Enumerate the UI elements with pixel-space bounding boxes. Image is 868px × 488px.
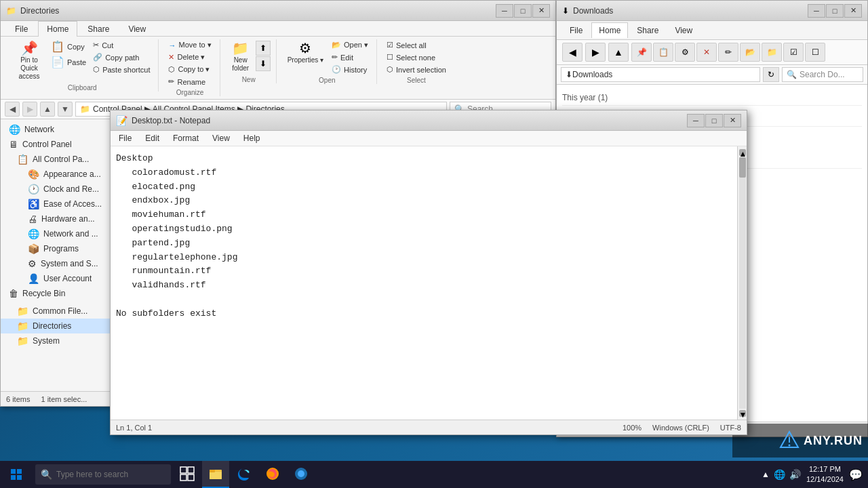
- dl-tab-home[interactable]: Home: [591, 22, 628, 38]
- dl-pin-button[interactable]: 📌: [631, 43, 652, 62]
- dl-forward-button[interactable]: ▶: [585, 43, 606, 62]
- minimize-button[interactable]: ─: [496, 4, 513, 18]
- scroll-thumb[interactable]: [739, 157, 746, 178]
- dl-tab-share[interactable]: Share: [629, 22, 666, 38]
- dl-refresh-button[interactable]: ↻: [763, 67, 779, 82]
- dl-new-button[interactable]: 📁: [762, 43, 782, 62]
- copy-path-button[interactable]: 🔗 Copy path: [90, 52, 153, 63]
- notepad-menu-view[interactable]: View: [207, 132, 235, 144]
- file-explorer-taskbar-button[interactable]: [202, 461, 229, 488]
- tray-network-icon[interactable]: 🌐: [774, 469, 785, 480]
- dl-maximize-button[interactable]: □: [826, 4, 844, 18]
- dl-close-button[interactable]: ✕: [844, 4, 862, 18]
- notepad-menu-format[interactable]: Format: [167, 132, 204, 144]
- start-button[interactable]: [0, 461, 33, 488]
- pin-quick-access-button[interactable]: 📌 Pin to Quickaccess: [12, 39, 47, 83]
- sidebar-item-ease[interactable]: ♿ Ease of Acces...: [1, 197, 119, 211]
- taskbar-search[interactable]: 🔍: [35, 464, 171, 485]
- sidebar-item-network[interactable]: 🌐 Network: [1, 122, 119, 137]
- scroll-track[interactable]: [739, 157, 746, 409]
- tray-volume-icon[interactable]: 🔊: [789, 469, 801, 480]
- tab-file[interactable]: File: [6, 21, 37, 37]
- paste-button[interactable]: 📄 Paste: [48, 55, 89, 70]
- dl-open-button[interactable]: 📂: [740, 43, 760, 62]
- notepad-content[interactable]: Desktop coloradomust.rtf elocated.png en…: [111, 146, 737, 420]
- recent-button[interactable]: ▼: [58, 102, 73, 117]
- dl-address-path[interactable]: ⬇ Downloads: [561, 67, 760, 82]
- notepad-close-button[interactable]: ✕: [724, 114, 741, 127]
- sidebar-item-control-panel[interactable]: 🖥 Control Panel: [1, 137, 119, 152]
- new-item-bottom-button[interactable]: ⬇: [256, 56, 271, 71]
- titlebar-title: Directories: [20, 6, 492, 16]
- select-all-button[interactable]: ☑ Select all: [384, 39, 449, 51]
- sidebar-item-appearance[interactable]: 🎨 Appearance a...: [1, 167, 119, 182]
- open-label: Open ▾: [344, 41, 368, 49]
- paste-shortcut-button[interactable]: ⬡ Paste shortcut: [90, 64, 153, 75]
- notepad-maximize-button[interactable]: □: [705, 114, 723, 127]
- tab-home[interactable]: Home: [38, 21, 77, 37]
- select-none-button[interactable]: ☐ Select none: [384, 52, 449, 63]
- sidebar-item-recycle[interactable]: 🗑 Recycle Bin: [1, 286, 119, 301]
- dl-properties-button[interactable]: ⚙: [675, 43, 695, 62]
- sidebar-item-clock[interactable]: 🕐 Clock and Re...: [1, 182, 119, 197]
- notepad-menu-help[interactable]: Help: [238, 132, 266, 144]
- tab-view[interactable]: View: [119, 21, 155, 37]
- edit-button[interactable]: ✏ Edit: [329, 52, 371, 63]
- new-folder-button[interactable]: 📁 Newfolder: [227, 39, 254, 75]
- notification-center-icon[interactable]: 💬: [849, 468, 863, 481]
- blue-app-taskbar-button[interactable]: [288, 461, 315, 488]
- back-button[interactable]: ◀: [5, 102, 20, 117]
- sidebar-item-system2[interactable]: 📁 System: [1, 333, 119, 348]
- dl-rename-button[interactable]: ✏: [718, 43, 738, 62]
- dl-search-bar[interactable]: 🔍 Search Do...: [782, 67, 863, 82]
- dl-back-button[interactable]: ◀: [562, 43, 583, 62]
- tray-up-arrow[interactable]: ▲: [762, 470, 770, 479]
- notepad-minimize-button[interactable]: ─: [687, 114, 705, 127]
- taskbar-tray: ▲ 🌐 🔊 12:17 PM 12/14/2024 💬: [762, 464, 868, 485]
- cut-button[interactable]: ✂ Cut: [90, 39, 153, 51]
- sidebar-item-programs[interactable]: 📦 Programs: [1, 241, 119, 256]
- notepad-menu-edit[interactable]: Edit: [140, 132, 165, 144]
- history-button[interactable]: 🕑 History: [329, 64, 371, 75]
- properties-button[interactable]: ⚙ Properties ▾: [283, 39, 328, 66]
- dl-select-none-button[interactable]: ☐: [805, 43, 825, 62]
- open-label: Open: [319, 77, 335, 84]
- dl-minimize-button[interactable]: ─: [808, 4, 825, 18]
- dl-tab-view[interactable]: View: [667, 22, 700, 38]
- rename-button[interactable]: ✏ Rename: [165, 76, 214, 87]
- sidebar-item-system[interactable]: ⚙ System and S...: [1, 256, 119, 271]
- dl-up-button[interactable]: ▲: [608, 43, 629, 62]
- clipboard-label: Clipboard: [68, 84, 97, 92]
- move-to-button[interactable]: → Move to ▾: [165, 39, 214, 51]
- sidebar-item-network2[interactable]: 🌐 Network and ...: [1, 226, 119, 241]
- sidebar-item-hardware[interactable]: 🖨 Hardware an...: [1, 211, 119, 226]
- dl-tab-file[interactable]: File: [562, 22, 590, 38]
- new-item-top-button[interactable]: ⬆: [256, 41, 271, 56]
- copy-button[interactable]: 📋 Copy: [48, 39, 89, 54]
- sidebar-item-user[interactable]: 👤 User Account: [1, 271, 119, 286]
- notepad-menu-file[interactable]: File: [113, 132, 137, 144]
- open-button[interactable]: 📂 Open ▾: [329, 39, 371, 51]
- sidebar-item-all-cp[interactable]: 📋 All Control Pa...: [1, 152, 119, 167]
- dl-select-all-button[interactable]: ☑: [783, 43, 804, 62]
- scroll-down-arrow[interactable]: ▼: [739, 410, 746, 417]
- edge-taskbar-button[interactable]: [231, 461, 258, 488]
- dl-delete-button[interactable]: ✕: [696, 43, 717, 62]
- notepad-scrollbar[interactable]: ▲ ▼: [737, 146, 747, 420]
- copy-to-button[interactable]: ⬡ Copy to ▾: [165, 64, 214, 75]
- firefox-taskbar-button[interactable]: [259, 461, 286, 488]
- taskbar-search-input[interactable]: [56, 470, 158, 479]
- system-clock[interactable]: 12:17 PM 12/14/2024: [806, 464, 844, 485]
- dl-copy-button[interactable]: 📋: [653, 43, 673, 62]
- sidebar-item-directories[interactable]: 📁 Directories: [1, 319, 119, 333]
- maximize-button[interactable]: □: [514, 4, 532, 18]
- tab-share[interactable]: Share: [79, 21, 118, 37]
- delete-button[interactable]: ✕ Delete ▾: [165, 52, 214, 63]
- task-view-button[interactable]: [174, 461, 201, 488]
- close-button[interactable]: ✕: [532, 4, 550, 18]
- invert-selection-button[interactable]: ⬡ Invert selection: [384, 64, 449, 75]
- sidebar-item-common[interactable]: 📁 Common File...: [1, 304, 119, 319]
- up-button[interactable]: ▲: [40, 102, 55, 117]
- forward-button[interactable]: ▶: [22, 102, 37, 117]
- scroll-up-arrow[interactable]: ▲: [739, 149, 746, 156]
